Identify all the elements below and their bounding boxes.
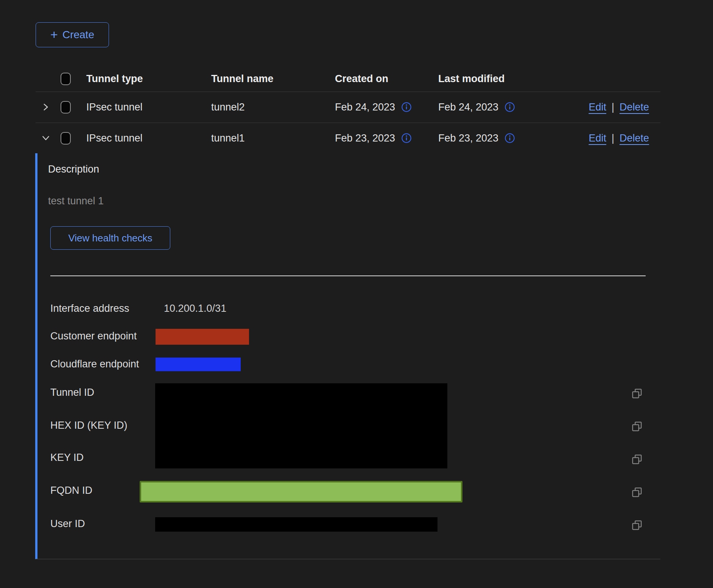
info-icon[interactable]	[401, 133, 412, 143]
user-id-redacted-value	[155, 517, 437, 532]
delete-link[interactable]: Delete	[620, 101, 649, 113]
interface-address-value: 10.200.1.0/31	[164, 303, 226, 314]
ids-redacted-value	[155, 383, 447, 468]
create-button[interactable]: + Create	[36, 22, 109, 47]
last-modified-cell: Feb 24, 2023	[438, 101, 498, 113]
chevron-right-icon	[41, 102, 51, 112]
tunnels-page: + Create Tunnel type Tunnel name Created…	[0, 0, 713, 588]
user-id-label: User ID	[50, 518, 85, 530]
tunnel-type-cell: IPsec tunnel	[86, 101, 211, 113]
action-separator: |	[612, 101, 614, 113]
fqdn-id-label: FQDN ID	[50, 485, 92, 496]
tunnel-id-label: Tunnel ID	[50, 387, 94, 398]
tunnel-name-cell: tunnel1	[211, 132, 335, 144]
table-row: IPsec tunnel tunnel1 Feb 23, 2023 Feb 23…	[36, 123, 660, 154]
action-separator: |	[612, 132, 614, 144]
tunnel-name-cell: tunnel2	[211, 101, 335, 113]
customer-endpoint-label: Customer endpoint	[50, 330, 137, 342]
select-all-checkbox[interactable]	[61, 73, 71, 85]
column-header-last-modified: Last modified	[438, 73, 545, 85]
column-header-created-on: Created on	[335, 73, 438, 85]
copy-fqdn-id-button[interactable]	[630, 486, 643, 499]
copy-icon	[631, 453, 643, 465]
copy-hex-id-button[interactable]	[630, 420, 643, 433]
table-header: Tunnel type Tunnel name Created on Last …	[36, 66, 660, 92]
delete-link[interactable]: Delete	[620, 132, 649, 144]
key-id-label: KEY ID	[50, 452, 84, 464]
created-on-cell: Feb 23, 2023	[335, 132, 395, 144]
cloudflare-endpoint-label: Cloudflare endpoint	[50, 358, 139, 370]
hex-id-label: HEX ID (KEY ID)	[50, 420, 128, 431]
expand-row-button[interactable]	[41, 102, 51, 112]
create-button-label: Create	[62, 29, 94, 41]
customer-endpoint-redacted-value	[156, 329, 249, 345]
info-icon[interactable]	[504, 102, 515, 112]
info-icon[interactable]	[504, 133, 515, 143]
edit-link[interactable]: Edit	[588, 132, 606, 144]
copy-tunnel-id-button[interactable]	[630, 387, 643, 400]
fqdn-id-redacted-value	[140, 481, 462, 502]
copy-icon	[631, 519, 643, 531]
cloudflare-endpoint-redacted-value	[156, 358, 241, 371]
info-icon[interactable]	[401, 102, 412, 112]
copy-icon	[631, 420, 643, 432]
description-value: test tunnel 1	[48, 195, 104, 207]
plus-icon: +	[50, 28, 58, 41]
copy-user-id-button[interactable]	[630, 519, 643, 532]
copy-icon	[631, 387, 643, 400]
expanded-section-bottom-divider	[36, 559, 660, 559]
collapse-row-button[interactable]	[41, 133, 51, 143]
expanded-row-accent-border	[35, 153, 37, 559]
description-label: Description	[48, 163, 99, 175]
interface-address-label: Interface address	[50, 303, 129, 314]
section-divider	[50, 275, 646, 276]
copy-key-id-button[interactable]	[630, 453, 643, 466]
row-checkbox[interactable]	[61, 101, 71, 114]
chevron-down-icon	[41, 133, 51, 143]
last-modified-cell: Feb 23, 2023	[438, 132, 498, 144]
column-header-tunnel-type: Tunnel type	[86, 73, 211, 85]
edit-link[interactable]: Edit	[588, 101, 606, 113]
created-on-cell: Feb 24, 2023	[335, 101, 395, 113]
table-row: IPsec tunnel tunnel2 Feb 24, 2023 Feb 24…	[36, 92, 660, 123]
tunnel-type-cell: IPsec tunnel	[86, 132, 211, 144]
copy-icon	[631, 486, 643, 498]
view-health-checks-button[interactable]: View health checks	[50, 226, 170, 250]
row-checkbox[interactable]	[61, 132, 71, 145]
column-header-tunnel-name: Tunnel name	[211, 73, 335, 85]
